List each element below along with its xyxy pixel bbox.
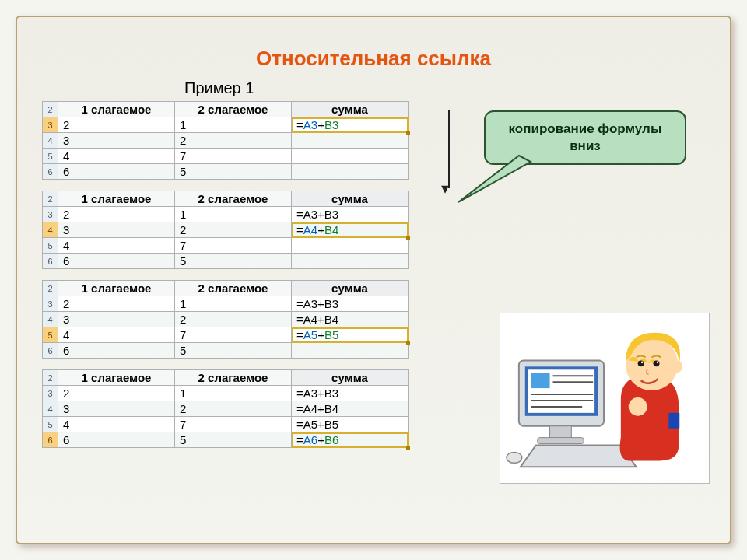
formula-cell	[292, 133, 409, 149]
column-header: 1 слагаемое	[58, 191, 175, 207]
row-number: 6	[43, 432, 58, 448]
column-header: 2 слагаемое	[175, 281, 292, 296]
spreadsheet-table: 21 слагаемое2 слагаемоесумма321=A3+B3432…	[42, 280, 409, 359]
cell: 4	[58, 327, 175, 343]
column-header: сумма	[292, 191, 409, 207]
cell: 4	[58, 238, 175, 254]
svg-rect-10	[550, 426, 572, 439]
cell: 5	[175, 254, 292, 269]
svg-point-17	[638, 360, 644, 366]
column-header: 1 слагаемое	[58, 102, 175, 117]
row-number: 3	[43, 386, 58, 401]
row-number: 4	[43, 222, 58, 238]
row-number: 4	[43, 312, 58, 327]
cell: 4	[58, 149, 175, 164]
formula-cell	[292, 164, 409, 180]
cell: 3	[58, 401, 175, 417]
row-number: 5	[43, 238, 58, 254]
cell: 6	[58, 164, 175, 180]
spreadsheet-table: 21 слагаемое2 слагаемоесумма321=A3+B3432…	[42, 191, 409, 269]
formula-cell: =A4+B4	[292, 312, 409, 327]
cell: 7	[175, 327, 292, 343]
cell: 6	[58, 254, 175, 269]
formula-cell: =A3+B3	[292, 386, 409, 401]
column-header: 2 слагаемое	[175, 102, 292, 117]
cell: 1	[175, 386, 292, 401]
svg-point-14	[629, 397, 647, 416]
row-number: 3	[43, 296, 58, 312]
formula-cell	[292, 149, 409, 164]
row-number: 2	[43, 370, 58, 386]
row-number: 3	[43, 207, 58, 222]
row-number: 5	[43, 149, 58, 164]
row-number: 2	[43, 191, 58, 207]
svg-rect-4	[531, 373, 550, 388]
cell: 2	[175, 312, 292, 327]
tables-container: 21 слагаемое2 слагаемоесумма321=A3+B3432…	[42, 101, 409, 459]
formula-cell: =A6+B6	[292, 432, 409, 448]
row-number: 6	[43, 343, 58, 359]
cell: 3	[58, 133, 175, 149]
cell: 1	[175, 207, 292, 222]
row-number: 4	[43, 133, 58, 149]
row-number: 6	[43, 254, 58, 269]
cell: 5	[175, 164, 292, 180]
formula-cell: =A5+B5	[292, 417, 409, 432]
cell: 7	[175, 149, 292, 164]
spreadsheet-table: 21 слагаемое2 слагаемоесумма321=A3+B3432…	[42, 101, 409, 180]
formula-cell: =A4+B4	[292, 401, 409, 417]
svg-rect-11	[538, 438, 584, 444]
cell: 2	[175, 222, 292, 238]
formula-cell: =A4+B4	[292, 222, 409, 238]
svg-point-12	[507, 452, 522, 463]
svg-marker-0	[458, 156, 531, 202]
row-number: 4	[43, 401, 58, 417]
cell: 3	[58, 222, 175, 238]
cell: 2	[58, 207, 175, 222]
column-header: сумма	[292, 102, 409, 117]
row-number: 5	[43, 417, 58, 432]
column-header: сумма	[292, 370, 409, 386]
cell: 2	[175, 401, 292, 417]
formula-cell: =A3+B3	[292, 207, 409, 222]
cell: 1	[175, 117, 292, 133]
slide-subtitle: Пример 1	[184, 79, 254, 97]
column-header: 2 слагаемое	[175, 370, 292, 386]
formula-cell: =A3+B3	[292, 117, 409, 133]
illustration	[500, 313, 710, 484]
slide-frame: Относительная ссылка Пример 1 21 слагаем…	[16, 16, 731, 544]
column-header: сумма	[292, 281, 409, 296]
svg-point-19	[641, 362, 644, 364]
cell: 2	[175, 133, 292, 149]
cell: 5	[175, 343, 292, 359]
cell: 2	[58, 386, 175, 401]
down-arrow: ▾	[441, 110, 457, 204]
spreadsheet-table: 21 слагаемое2 слагаемоесумма321=A3+B3432…	[42, 369, 409, 448]
formula-cell: =A5+B5	[292, 327, 409, 343]
cell: 2	[58, 296, 175, 312]
column-header: 1 слагаемое	[58, 370, 175, 386]
row-number: 2	[43, 281, 58, 296]
callout-line1: копирование формулы	[509, 121, 662, 136]
svg-point-18	[654, 360, 660, 366]
cell: 4	[58, 417, 175, 432]
row-number: 2	[43, 102, 58, 117]
svg-point-20	[657, 362, 659, 364]
cell: 5	[175, 432, 292, 448]
callout-line2: вниз	[570, 138, 601, 153]
formula-cell	[292, 254, 409, 269]
column-header: 2 слагаемое	[175, 191, 292, 207]
cell: 6	[58, 343, 175, 359]
cell: 7	[175, 238, 292, 254]
row-number: 5	[43, 327, 58, 343]
cell: 6	[58, 432, 175, 448]
cell: 1	[175, 296, 292, 312]
svg-rect-13	[668, 413, 679, 429]
row-number: 6	[43, 164, 58, 180]
formula-cell	[292, 238, 409, 254]
cell: 3	[58, 312, 175, 327]
row-number: 3	[43, 117, 58, 133]
formula-cell: =A3+B3	[292, 296, 409, 312]
cell: 7	[175, 417, 292, 432]
slide-title: Относительная ссылка	[17, 47, 730, 71]
